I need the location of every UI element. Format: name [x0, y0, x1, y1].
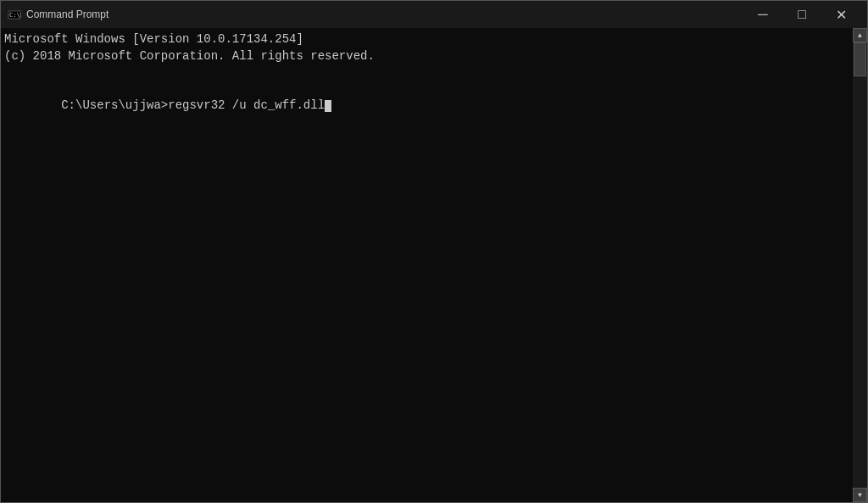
svg-text:C:\>: C:\>	[9, 12, 21, 19]
cmd-icon: C:\>	[8, 8, 21, 21]
title-bar: C:\> Command Prompt ─ □ ✕	[1, 1, 867, 28]
minimize-button[interactable]: ─	[743, 1, 782, 28]
cmd-window: C:\> Command Prompt ─ □ ✕ Microsoft Wind…	[0, 0, 868, 503]
terminal-line-3	[4, 64, 849, 81]
terminal-line-1: Microsoft Windows [Version 10.0.17134.25…	[4, 31, 849, 48]
scroll-up-button[interactable]: ▲	[853, 28, 867, 42]
scrollbar-track	[853, 42, 867, 488]
window-controls: ─ □ ✕	[743, 1, 860, 28]
close-button[interactable]: ✕	[821, 1, 860, 28]
content-area: Microsoft Windows [Version 10.0.17134.25…	[1, 28, 867, 502]
terminal-line-4: C:\Users\ujjwa>regsvr32 /u dc_wff.dll	[4, 81, 849, 131]
maximize-button[interactable]: □	[782, 1, 821, 28]
scrollbar: ▲ ▼	[853, 28, 867, 502]
scroll-down-button[interactable]: ▼	[853, 488, 867, 502]
terminal-line-2: (c) 2018 Microsoft Corporation. All righ…	[4, 48, 849, 65]
window-title: Command Prompt	[26, 8, 743, 20]
cursor	[325, 100, 331, 112]
scrollbar-thumb[interactable]	[854, 42, 866, 76]
terminal-output[interactable]: Microsoft Windows [Version 10.0.17134.25…	[1, 28, 853, 502]
